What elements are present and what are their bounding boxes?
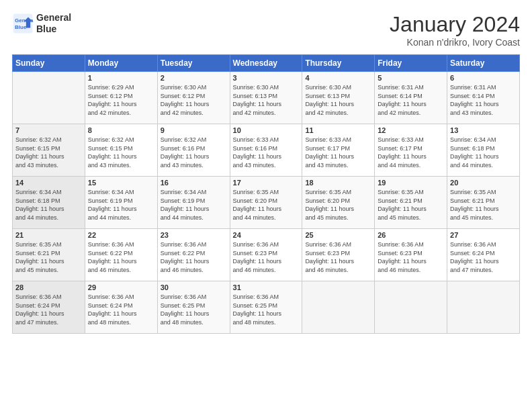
cell-w1-d7: 6Sunrise: 6:31 AM Sunset: 6:14 PM Daylig… bbox=[447, 72, 520, 124]
header-saturday: Saturday bbox=[447, 55, 520, 72]
day-number: 2 bbox=[161, 74, 227, 82]
svg-text:Blue: Blue bbox=[15, 24, 27, 30]
day-number: 21 bbox=[15, 231, 82, 239]
day-info: Sunrise: 6:33 AM Sunset: 6:16 PM Dayligh… bbox=[233, 136, 300, 169]
day-number: 12 bbox=[378, 126, 444, 134]
day-info: Sunrise: 6:31 AM Sunset: 6:14 PM Dayligh… bbox=[378, 83, 444, 117]
day-number: 3 bbox=[233, 74, 300, 82]
day-number: 29 bbox=[88, 283, 154, 291]
header: General Blue General Blue January 2024 K… bbox=[12, 12, 520, 48]
day-number: 30 bbox=[161, 283, 227, 291]
cell-w5-d4: 31Sunrise: 6:36 AM Sunset: 6:25 PM Dayli… bbox=[230, 281, 302, 334]
cell-w5-d1: 28Sunrise: 6:36 AM Sunset: 6:24 PM Dayli… bbox=[13, 281, 85, 334]
cell-w1-d4: 3Sunrise: 6:30 AM Sunset: 6:13 PM Daylig… bbox=[230, 72, 302, 124]
day-number: 17 bbox=[233, 179, 300, 187]
header-row: SundayMondayTuesdayWednesdayThursdayFrid… bbox=[13, 55, 520, 72]
day-info: Sunrise: 6:36 AM Sunset: 6:24 PM Dayligh… bbox=[88, 293, 154, 326]
week-row-2: 7Sunrise: 6:32 AM Sunset: 6:15 PM Daylig… bbox=[13, 124, 520, 177]
cell-w4-d5: 25Sunrise: 6:36 AM Sunset: 6:23 PM Dayli… bbox=[302, 229, 375, 281]
header-sunday: Sunday bbox=[13, 55, 85, 72]
logo: General Blue General Blue bbox=[12, 12, 71, 35]
cell-w5-d6 bbox=[375, 281, 447, 334]
calendar-page: General Blue General Blue January 2024 K… bbox=[0, 0, 532, 411]
day-info: Sunrise: 6:29 AM Sunset: 6:12 PM Dayligh… bbox=[88, 83, 154, 117]
cell-w4-d6: 26Sunrise: 6:36 AM Sunset: 6:23 PM Dayli… bbox=[375, 229, 447, 281]
calendar-title: January 2024 bbox=[390, 12, 520, 37]
day-info: Sunrise: 6:30 AM Sunset: 6:12 PM Dayligh… bbox=[161, 83, 227, 117]
day-number: 24 bbox=[233, 231, 300, 239]
week-row-1: 1Sunrise: 6:29 AM Sunset: 6:12 PM Daylig… bbox=[13, 72, 520, 124]
day-number: 19 bbox=[378, 179, 444, 187]
day-number: 27 bbox=[450, 231, 517, 239]
cell-w1-d5: 4Sunrise: 6:30 AM Sunset: 6:13 PM Daylig… bbox=[302, 72, 375, 124]
day-info: Sunrise: 6:36 AM Sunset: 6:23 PM Dayligh… bbox=[233, 240, 300, 274]
day-info: Sunrise: 6:34 AM Sunset: 6:19 PM Dayligh… bbox=[88, 188, 154, 222]
header-monday: Monday bbox=[85, 55, 157, 72]
cell-w2-d5: 11Sunrise: 6:33 AM Sunset: 6:17 PM Dayli… bbox=[302, 124, 375, 177]
cell-w2-d6: 12Sunrise: 6:33 AM Sunset: 6:17 PM Dayli… bbox=[375, 124, 447, 177]
cell-w4-d3: 23Sunrise: 6:36 AM Sunset: 6:22 PM Dayli… bbox=[157, 229, 230, 281]
day-number: 26 bbox=[378, 231, 444, 239]
cell-w2-d3: 9Sunrise: 6:32 AM Sunset: 6:16 PM Daylig… bbox=[157, 124, 230, 177]
day-number: 14 bbox=[15, 179, 82, 187]
day-info: Sunrise: 6:36 AM Sunset: 6:23 PM Dayligh… bbox=[305, 240, 371, 274]
calendar-subtitle: Konan n'drikro, Ivory Coast bbox=[390, 37, 520, 48]
cell-w4-d1: 21Sunrise: 6:35 AM Sunset: 6:21 PM Dayli… bbox=[13, 229, 85, 281]
cell-w2-d7: 13Sunrise: 6:34 AM Sunset: 6:18 PM Dayli… bbox=[447, 124, 520, 177]
day-number: 4 bbox=[305, 74, 371, 82]
cell-w3-d7: 20Sunrise: 6:35 AM Sunset: 6:21 PM Dayli… bbox=[447, 177, 520, 229]
week-row-3: 14Sunrise: 6:34 AM Sunset: 6:18 PM Dayli… bbox=[13, 177, 520, 229]
day-number: 6 bbox=[450, 74, 517, 82]
day-info: Sunrise: 6:36 AM Sunset: 6:24 PM Dayligh… bbox=[450, 240, 517, 274]
calendar-header: SundayMondayTuesdayWednesdayThursdayFrid… bbox=[13, 55, 520, 72]
cell-w5-d2: 29Sunrise: 6:36 AM Sunset: 6:24 PM Dayli… bbox=[85, 281, 157, 334]
calendar-table: SundayMondayTuesdayWednesdayThursdayFrid… bbox=[12, 54, 520, 334]
cell-w3-d4: 17Sunrise: 6:35 AM Sunset: 6:20 PM Dayli… bbox=[230, 177, 302, 229]
cell-w2-d2: 8Sunrise: 6:32 AM Sunset: 6:15 PM Daylig… bbox=[85, 124, 157, 177]
cell-w1-d2: 1Sunrise: 6:29 AM Sunset: 6:12 PM Daylig… bbox=[85, 72, 157, 124]
cell-w4-d2: 22Sunrise: 6:36 AM Sunset: 6:22 PM Dayli… bbox=[85, 229, 157, 281]
cell-w5-d5 bbox=[302, 281, 375, 334]
day-info: Sunrise: 6:30 AM Sunset: 6:13 PM Dayligh… bbox=[305, 83, 371, 117]
day-number: 15 bbox=[88, 179, 154, 187]
cell-w1-d1 bbox=[13, 72, 85, 124]
logo-icon: General Blue bbox=[12, 13, 34, 34]
title-block: January 2024 Konan n'drikro, Ivory Coast bbox=[390, 12, 520, 48]
day-info: Sunrise: 6:34 AM Sunset: 6:19 PM Dayligh… bbox=[161, 188, 227, 222]
day-info: Sunrise: 6:34 AM Sunset: 6:18 PM Dayligh… bbox=[15, 188, 82, 222]
day-info: Sunrise: 6:36 AM Sunset: 6:25 PM Dayligh… bbox=[161, 293, 227, 326]
day-info: Sunrise: 6:36 AM Sunset: 6:25 PM Dayligh… bbox=[233, 293, 300, 326]
day-info: Sunrise: 6:32 AM Sunset: 6:15 PM Dayligh… bbox=[88, 136, 154, 169]
cell-w3-d3: 16Sunrise: 6:34 AM Sunset: 6:19 PM Dayli… bbox=[157, 177, 230, 229]
day-number: 5 bbox=[378, 74, 444, 82]
cell-w5-d7 bbox=[447, 281, 520, 334]
header-thursday: Thursday bbox=[302, 55, 375, 72]
day-info: Sunrise: 6:35 AM Sunset: 6:21 PM Dayligh… bbox=[15, 240, 82, 274]
day-number: 25 bbox=[305, 231, 371, 239]
cell-w1-d3: 2Sunrise: 6:30 AM Sunset: 6:12 PM Daylig… bbox=[157, 72, 230, 124]
cell-w3-d6: 19Sunrise: 6:35 AM Sunset: 6:21 PM Dayli… bbox=[375, 177, 447, 229]
day-number: 16 bbox=[161, 179, 227, 187]
day-number: 20 bbox=[450, 179, 517, 187]
cell-w2-d4: 10Sunrise: 6:33 AM Sunset: 6:16 PM Dayli… bbox=[230, 124, 302, 177]
cell-w4-d7: 27Sunrise: 6:36 AM Sunset: 6:24 PM Dayli… bbox=[447, 229, 520, 281]
day-number: 1 bbox=[88, 74, 154, 82]
cell-w3-d1: 14Sunrise: 6:34 AM Sunset: 6:18 PM Dayli… bbox=[13, 177, 85, 229]
week-row-5: 28Sunrise: 6:36 AM Sunset: 6:24 PM Dayli… bbox=[13, 281, 520, 334]
cell-w5-d3: 30Sunrise: 6:36 AM Sunset: 6:25 PM Dayli… bbox=[157, 281, 230, 334]
day-info: Sunrise: 6:32 AM Sunset: 6:16 PM Dayligh… bbox=[161, 136, 227, 169]
day-info: Sunrise: 6:35 AM Sunset: 6:21 PM Dayligh… bbox=[450, 188, 517, 222]
day-info: Sunrise: 6:33 AM Sunset: 6:17 PM Dayligh… bbox=[305, 136, 371, 169]
day-info: Sunrise: 6:35 AM Sunset: 6:20 PM Dayligh… bbox=[305, 188, 371, 222]
day-number: 28 bbox=[15, 283, 82, 291]
day-info: Sunrise: 6:35 AM Sunset: 6:20 PM Dayligh… bbox=[233, 188, 300, 222]
header-friday: Friday bbox=[375, 55, 447, 72]
day-info: Sunrise: 6:30 AM Sunset: 6:13 PM Dayligh… bbox=[233, 83, 300, 117]
week-row-4: 21Sunrise: 6:35 AM Sunset: 6:21 PM Dayli… bbox=[13, 229, 520, 281]
day-info: Sunrise: 6:36 AM Sunset: 6:22 PM Dayligh… bbox=[88, 240, 154, 274]
day-number: 31 bbox=[233, 283, 300, 291]
day-number: 8 bbox=[88, 126, 154, 134]
day-info: Sunrise: 6:36 AM Sunset: 6:23 PM Dayligh… bbox=[378, 240, 444, 274]
day-info: Sunrise: 6:32 AM Sunset: 6:15 PM Dayligh… bbox=[15, 136, 82, 169]
cell-w2-d1: 7Sunrise: 6:32 AM Sunset: 6:15 PM Daylig… bbox=[13, 124, 85, 177]
